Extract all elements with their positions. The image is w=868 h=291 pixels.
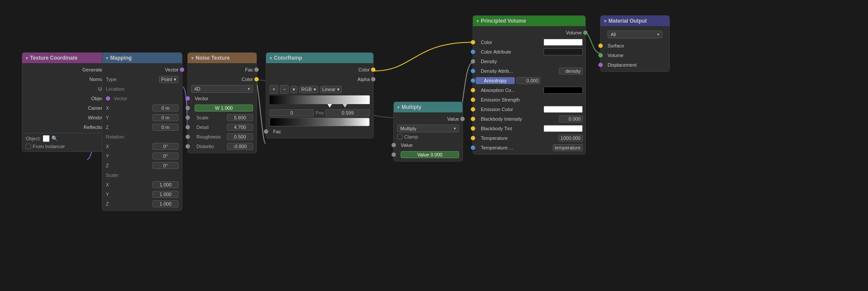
- blackbody-intensity-socket[interactable]: [471, 117, 475, 121]
- color-attr-swatch[interactable]: [544, 48, 583, 55]
- volume-out-label: Volume: [566, 30, 582, 35]
- color-attr-socket[interactable]: [471, 50, 475, 54]
- anisotropy-socket[interactable]: [471, 78, 475, 83]
- anisotropy-button[interactable]: Anisotropy: [476, 77, 515, 84]
- color-swatch[interactable]: [544, 39, 583, 46]
- emission-color-row: Emission Color: [473, 105, 585, 114]
- texture-coordinate-header[interactable]: ▾ Texture Coordinate: [22, 53, 108, 63]
- mapping-header[interactable]: ▾ Mapping: [102, 53, 182, 63]
- multiply-mode-dropdown[interactable]: Multiply ▾: [397, 125, 459, 132]
- value-in2-socket[interactable]: [392, 152, 396, 157]
- eyedropper-icon[interactable]: 🔍: [51, 135, 58, 142]
- volume-out-socket[interactable]: [583, 30, 588, 35]
- y-value[interactable]: 0 m: [152, 114, 179, 121]
- gradient-bar[interactable]: [270, 95, 370, 104]
- collapse-arrow[interactable]: ▾: [270, 56, 272, 61]
- from-instancer-checkbox[interactable]: [26, 144, 31, 149]
- collapse-arrow[interactable]: ▾: [476, 19, 479, 24]
- index-field[interactable]: 0: [270, 109, 314, 116]
- colorramp-header[interactable]: ▾ ColorRamp: [266, 53, 373, 63]
- fac-in-socket[interactable]: [264, 129, 268, 134]
- y-value[interactable]: 0°: [152, 152, 179, 159]
- clamp-checkbox[interactable]: [397, 134, 402, 139]
- distortion-socket[interactable]: [186, 144, 190, 149]
- distortion-value[interactable]: -0.800: [227, 143, 253, 150]
- mode-select[interactable]: ▾: [290, 86, 297, 93]
- noise-texture-node: ▾ Noise Texture Fac Color 4D ▾: [187, 52, 257, 153]
- x-value[interactable]: 0°: [152, 143, 179, 150]
- value-in1-socket[interactable]: [392, 143, 396, 147]
- material-output-header[interactable]: ▾ Material Output: [601, 16, 669, 26]
- blackbody-intensity-row: Blackbody Intensity 0.000: [473, 114, 585, 124]
- vector-out-socket[interactable]: [180, 68, 184, 72]
- value-field[interactable]: Value 0.000: [401, 151, 459, 158]
- density-socket[interactable]: [471, 59, 475, 64]
- remove-stop-button[interactable]: −: [280, 85, 289, 94]
- detail-socket[interactable]: [186, 125, 190, 129]
- scale-socket[interactable]: [186, 115, 190, 120]
- rgb-select[interactable]: RGB ▾: [299, 86, 318, 93]
- noise-texture-header[interactable]: ▾ Noise Texture: [188, 53, 257, 63]
- w-socket[interactable]: [186, 106, 190, 110]
- volume-socket[interactable]: [598, 53, 603, 58]
- color-socket[interactable]: [371, 68, 375, 72]
- node-title: Texture Coordinate: [30, 55, 78, 61]
- color-socket[interactable]: [254, 77, 259, 81]
- node-body: Value Multiply ▾ Clamp Value: [394, 112, 463, 161]
- roughness-socket[interactable]: [186, 135, 190, 139]
- emission-strength-socket[interactable]: [471, 98, 475, 102]
- z-value[interactable]: 0 m: [152, 124, 179, 131]
- temperature-socket[interactable]: [471, 136, 475, 140]
- alpha-socket[interactable]: [371, 77, 375, 81]
- density-attr-value[interactable]: density: [559, 68, 583, 74]
- gradient-marker-1[interactable]: [328, 104, 332, 108]
- x-value[interactable]: 0 m: [152, 105, 179, 112]
- fac-socket[interactable]: [254, 68, 259, 72]
- scale-value[interactable]: 5.600: [227, 114, 253, 121]
- mapping-node: ▾ Mapping Vector Type: Point ▾ Location:: [102, 52, 182, 211]
- add-stop-button[interactable]: +: [270, 85, 278, 94]
- type-select[interactable]: Point ▾: [159, 76, 179, 83]
- color-socket[interactable]: [471, 40, 475, 44]
- temperature-value[interactable]: 1000.000: [558, 135, 583, 142]
- roughness-value[interactable]: 0.500: [227, 133, 253, 140]
- absorption-socket[interactable]: [471, 88, 475, 92]
- principled-header[interactable]: ▾ Principled Volume: [473, 16, 585, 26]
- anisotropy-value[interactable]: 0.000: [517, 77, 540, 84]
- collapse-arrow[interactable]: ▾: [106, 56, 108, 61]
- blackbody-intensity-value[interactable]: 0.000: [559, 115, 583, 122]
- vector-socket[interactable]: [186, 96, 190, 101]
- blackbody-tint-socket[interactable]: [471, 126, 475, 131]
- value-out-socket[interactable]: [460, 117, 465, 121]
- pos-value-field[interactable]: 0.599: [325, 109, 370, 116]
- emission-color-label: Emission Color: [481, 107, 542, 112]
- collapse-arrow[interactable]: ▾: [26, 56, 28, 61]
- temperature-attr-socket[interactable]: [471, 146, 475, 150]
- multiply-header[interactable]: ▾ Multiply: [394, 102, 463, 112]
- w-field[interactable]: W 1.000: [195, 105, 253, 112]
- object-swatch[interactable]: [43, 135, 50, 142]
- vector-in-socket[interactable]: [106, 96, 110, 101]
- emission-color-swatch[interactable]: [544, 106, 583, 113]
- interpolation-select[interactable]: Linear ▾: [320, 86, 342, 93]
- x-value[interactable]: 1.000: [152, 181, 179, 188]
- y-value[interactable]: 1.000: [152, 191, 179, 198]
- displacement-label: Displacement: [608, 62, 637, 68]
- surface-socket[interactable]: [598, 44, 603, 48]
- density-attr-socket[interactable]: [471, 69, 475, 73]
- collapse-arrow[interactable]: ▾: [191, 56, 193, 61]
- collapse-arrow[interactable]: ▾: [397, 105, 399, 110]
- z-value[interactable]: 0°: [152, 162, 179, 169]
- displacement-socket[interactable]: [598, 63, 603, 67]
- blackbody-tint-swatch[interactable]: [544, 125, 583, 132]
- all-dropdown[interactable]: All ▾: [608, 30, 662, 38]
- emission-color-socket[interactable]: [471, 107, 475, 112]
- collapse-arrow[interactable]: ▾: [604, 19, 606, 24]
- absorption-swatch[interactable]: [544, 87, 583, 94]
- mode-dropdown[interactable]: 4D ▾: [191, 85, 253, 93]
- z-value[interactable]: 1.000: [152, 200, 179, 207]
- temperature-attr-value[interactable]: temperature: [553, 144, 583, 151]
- detail-value[interactable]: 4.700: [227, 124, 253, 131]
- color-preview[interactable]: [270, 118, 370, 126]
- gradient-marker-2[interactable]: [343, 104, 347, 108]
